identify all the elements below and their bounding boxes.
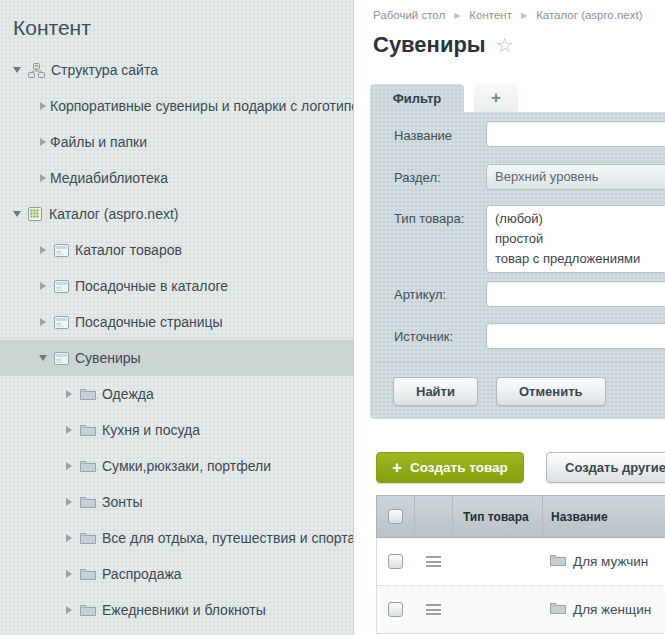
cancel-button[interactable]: Отменить <box>496 377 606 406</box>
add-filter-tab[interactable]: + <box>474 84 518 112</box>
tree-item-label: Медиабиблиотека <box>50 170 168 186</box>
folder-icon <box>80 496 96 509</box>
table-row[interactable]: Для мужчин <box>376 538 665 586</box>
tree-item-label: Посадочные в каталоге <box>75 278 228 294</box>
tree-item-corporate-souvenirs[interactable]: Корпоративные сувениры и подарки с логот… <box>0 88 353 124</box>
folder-icon <box>80 532 96 545</box>
chevron-right-icon[interactable] <box>36 246 50 254</box>
chevron-right-icon[interactable] <box>36 318 50 326</box>
create-product-label: Создать товар <box>410 460 508 475</box>
tree-item-media-library[interactable]: Медиабиблиотека <box>0 160 353 196</box>
chevron-right-icon[interactable] <box>36 282 50 290</box>
chevron-right-icon[interactable] <box>62 498 76 506</box>
tree-item-files-folders[interactable]: Файлы и папки <box>0 124 353 160</box>
row-name-link[interactable]: Для мужчин <box>573 554 648 569</box>
grid-header-type: Тип товара <box>452 496 542 537</box>
tree-item-notebooks[interactable]: Ежедневники и блокноты <box>0 592 353 628</box>
page-header: Сувениры ☆ <box>373 32 514 58</box>
chevron-right-icon[interactable] <box>62 570 76 578</box>
iblock-icon <box>54 244 69 257</box>
chevron-right-icon[interactable] <box>62 426 76 434</box>
admin-window: Контент Структура сайта Корпоративные су… <box>0 0 665 635</box>
tree-item-catalog-aspro[interactable]: Каталог (aspro.next) <box>0 196 353 232</box>
tree-item-site-structure[interactable]: Структура сайта <box>0 52 353 88</box>
table-row[interactable]: Для женщин <box>376 586 665 634</box>
folder-icon <box>80 604 96 617</box>
tree-item-landing-pages[interactable]: Посадочные страницы <box>0 304 353 340</box>
filter-panel: Название Раздел: Верхний уровень Тип тов… <box>370 112 665 419</box>
grid-header-row: Тип товара Название <box>376 495 665 538</box>
main-panel: Рабочий стол ▶ Контент ▶ Каталог (aspro.… <box>354 0 665 635</box>
breadcrumb-arrow-icon: ▶ <box>521 11 527 20</box>
tree-item-label: Структура сайта <box>51 62 158 78</box>
tree-item-clothes[interactable]: Одежда <box>0 376 353 412</box>
name-label: Название <box>394 128 452 143</box>
chevron-right-icon[interactable] <box>36 138 50 146</box>
type-option-any[interactable]: (любой) <box>487 209 665 229</box>
content-tree: Структура сайта Корпоративные сувениры и… <box>0 52 353 628</box>
plus-icon: + <box>392 459 402 476</box>
chevron-right-icon[interactable] <box>36 174 50 182</box>
breadcrumb: Рабочий стол ▶ Контент ▶ Каталог (aspro.… <box>373 9 642 21</box>
tree-item-bags[interactable]: Сумки,рюкзаки, портфели <box>0 448 353 484</box>
tree-item-label: Зонты <box>102 494 142 510</box>
row-menu-icon[interactable] <box>426 604 441 615</box>
iblock-icon <box>54 316 69 329</box>
iblock-icon <box>54 280 69 293</box>
row-name-link[interactable]: Для женщин <box>573 602 651 617</box>
tree-item-label: Распродажа <box>102 566 182 582</box>
source-input[interactable] <box>486 323 665 349</box>
iblock-icon <box>54 352 69 365</box>
type-option-simple[interactable]: простой <box>487 229 665 249</box>
create-product-button[interactable]: + Создать товар <box>376 452 524 483</box>
folder-icon <box>80 424 96 437</box>
row-checkbox[interactable] <box>388 554 403 569</box>
product-type-listbox[interactable]: (любой) простой товар с предложениями <box>486 205 665 273</box>
site-structure-icon <box>28 63 45 78</box>
article-label: Артикул: <box>394 287 446 302</box>
tree-item-label: Файлы и папки <box>50 134 147 150</box>
tree-item-sale[interactable]: Распродажа <box>0 556 353 592</box>
folder-icon <box>80 388 96 401</box>
tree-item-umbrellas[interactable]: Зонты <box>0 484 353 520</box>
tree-item-label: Корпоративные сувениры и подарки с логот… <box>50 98 354 114</box>
tree-item-product-catalog[interactable]: Каталог товаров <box>0 232 353 268</box>
folder-icon <box>550 602 566 618</box>
article-input[interactable] <box>486 281 665 307</box>
breadcrumb-link-content[interactable]: Контент <box>469 9 512 21</box>
tree-item-kitchen[interactable]: Кухня и посуда <box>0 412 353 448</box>
filter-divider <box>378 362 665 363</box>
chevron-right-icon[interactable] <box>62 534 76 542</box>
chevron-right-icon[interactable] <box>62 606 76 614</box>
select-all-checkbox[interactable] <box>388 509 403 524</box>
tree-item-label: Кухня и посуда <box>102 422 200 438</box>
breadcrumb-link-catalog[interactable]: Каталог (aspro.next) <box>536 9 642 21</box>
catalog-icon <box>28 207 43 221</box>
chevron-down-icon[interactable] <box>10 211 24 217</box>
chevron-down-icon[interactable] <box>10 67 24 73</box>
tree-item-label: Каталог (aspro.next) <box>49 206 178 222</box>
name-input[interactable] <box>486 121 665 147</box>
row-checkbox[interactable] <box>388 602 403 617</box>
grid-header-actions <box>414 496 452 537</box>
find-button[interactable]: Найти <box>393 377 478 406</box>
favorite-star-icon[interactable]: ☆ <box>496 35 514 55</box>
type-option-with-offers[interactable]: товар с предложениями <box>487 249 665 269</box>
tree-item-label: Сумки,рюкзаки, портфели <box>102 458 271 474</box>
tree-item-landing-in-catalog[interactable]: Посадочные в каталоге <box>0 268 353 304</box>
tree-item-label: Каталог товаров <box>75 242 182 258</box>
section-select[interactable]: Верхний уровень <box>486 164 665 190</box>
row-menu-icon[interactable] <box>426 556 441 567</box>
tab-filter[interactable]: Фильтр <box>370 84 464 112</box>
chevron-down-icon[interactable] <box>36 355 50 361</box>
chevron-right-icon[interactable] <box>36 102 50 110</box>
tree-item-souvenirs[interactable]: Сувениры <box>0 340 353 376</box>
create-other-button[interactable]: Создать другие товары <box>546 452 665 483</box>
folder-icon <box>550 554 566 570</box>
chevron-right-icon[interactable] <box>62 462 76 470</box>
tree-item-leisure[interactable]: Все для отдыха, путешествия и спорта <box>0 520 353 556</box>
chevron-right-icon[interactable] <box>62 390 76 398</box>
source-label: Источник: <box>394 329 453 344</box>
breadcrumb-link-desktop[interactable]: Рабочий стол <box>373 9 445 21</box>
tree-item-label: Сувениры <box>75 350 141 366</box>
